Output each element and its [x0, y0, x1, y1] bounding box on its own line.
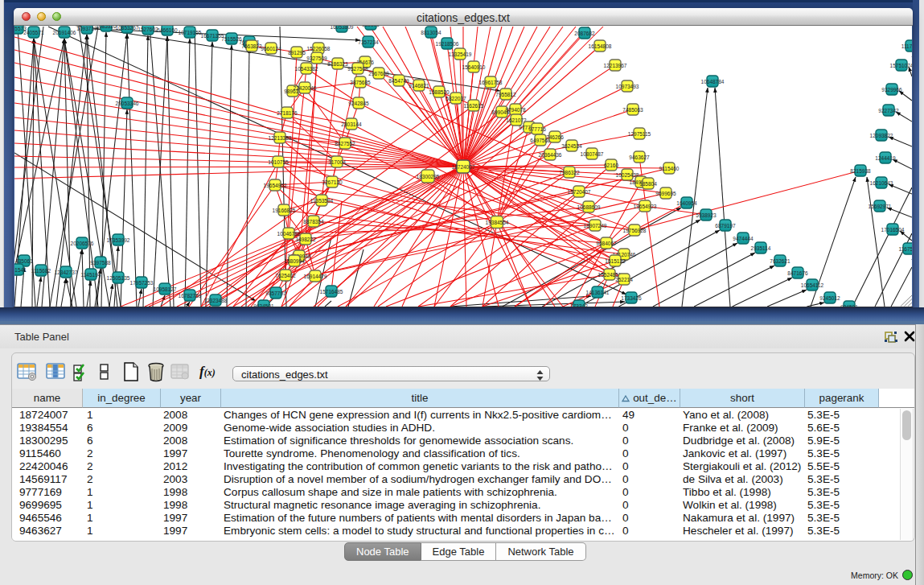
svg-text:8454749: 8454749 [388, 78, 409, 84]
svg-text:10648784: 10648784 [701, 79, 725, 84]
svg-text:1621072: 1621072 [506, 117, 527, 123]
svg-text:9227342: 9227342 [878, 108, 899, 113]
svg-text:10853267: 10853267 [116, 26, 139, 31]
svg-text:5938923: 5938923 [696, 212, 717, 218]
svg-text:18907249: 18907249 [584, 223, 607, 229]
svg-text:20364436: 20364436 [539, 152, 562, 158]
svg-text:9115460: 9115460 [659, 166, 680, 171]
svg-text:891295: 891295 [288, 50, 306, 56]
svg-text:9329966: 9329966 [881, 87, 902, 93]
svg-text:391541: 391541 [14, 267, 27, 273]
svg-text:10688609: 10688609 [577, 204, 601, 210]
svg-text:1588520: 1588520 [429, 89, 450, 95]
svg-text:7357234: 7357234 [358, 39, 379, 45]
svg-text:3875685: 3875685 [350, 80, 371, 85]
svg-text:8186323: 8186323 [327, 61, 348, 67]
svg-text:10973493: 10973493 [616, 84, 639, 89]
svg-text:9684067: 9684067 [596, 241, 617, 246]
svg-text:7625402: 7625402 [275, 273, 296, 278]
svg-text:18300295: 18300295 [417, 174, 440, 179]
svg-text:10807487: 10807487 [581, 151, 604, 157]
svg-text:16210643: 16210643 [870, 180, 893, 186]
svg-text:8813054: 8813054 [421, 30, 441, 35]
svg-text:29053346: 29053346 [116, 101, 139, 106]
svg-text:2405571: 2405571 [23, 30, 44, 35]
svg-text:6466160: 6466160 [157, 27, 178, 33]
svg-text:7955812: 7955812 [495, 92, 516, 97]
svg-text:2967608: 2967608 [368, 71, 389, 76]
svg-text:62160: 62160 [604, 163, 618, 168]
svg-text:1615132: 1615132 [605, 258, 626, 264]
svg-text:12323488: 12323488 [204, 298, 228, 303]
svg-text:3267130: 3267130 [322, 179, 343, 185]
svg-text:9660124: 9660124 [261, 46, 281, 51]
svg-text:185804: 185804 [639, 181, 657, 187]
svg-text:1085326: 1085326 [96, 26, 117, 29]
svg-text:15692971: 15692971 [869, 204, 892, 209]
svg-text:1115682: 1115682 [31, 268, 51, 274]
svg-text:1733426: 1733426 [621, 295, 642, 301]
svg-text:9327509: 9327509 [306, 56, 327, 61]
svg-text:1527602: 1527602 [138, 27, 158, 32]
svg-text:1117436: 1117436 [901, 43, 912, 49]
svg-text:6879197: 6879197 [715, 223, 736, 229]
svg-text:977716: 977716 [528, 126, 546, 132]
svg-text:17016504: 17016504 [881, 227, 905, 233]
svg-text:14136141: 14136141 [586, 290, 610, 295]
svg-text:19654952: 19654952 [264, 183, 287, 188]
svg-text:16053809: 16053809 [331, 26, 354, 30]
svg-text:13325419: 13325419 [449, 51, 472, 57]
svg-text:17957253: 17957253 [130, 280, 154, 286]
svg-text:19166825: 19166825 [273, 208, 296, 213]
svg-text:10543382: 10543382 [295, 66, 318, 72]
svg-text:10654112: 10654112 [801, 282, 824, 288]
svg-text:1580994: 1580994 [284, 258, 305, 264]
svg-text:1162615: 1162615 [464, 103, 484, 109]
svg-text:9242845: 9242845 [348, 101, 369, 106]
svg-text:1640954: 1640954 [676, 200, 697, 206]
svg-text:19654923: 19654923 [634, 204, 657, 209]
svg-text:12093822: 12093822 [870, 133, 893, 138]
svg-text:1093717: 1093717 [76, 26, 97, 31]
svg-text:22420046: 22420046 [294, 85, 317, 91]
svg-text:883105: 883105 [362, 26, 380, 27]
svg-text:317004: 317004 [328, 159, 346, 165]
svg-text:7986322: 7986322 [559, 170, 580, 175]
svg-text:3624534: 3624534 [561, 143, 582, 149]
svg-text:8471676: 8471676 [787, 270, 808, 276]
svg-text:2718176: 2718176 [277, 110, 298, 116]
svg-text:19756928: 19756928 [623, 228, 647, 233]
svg-text:9463627: 9463627 [629, 154, 650, 160]
svg-text:1145194: 1145194 [81, 272, 101, 278]
svg-text:12342737: 12342737 [55, 270, 78, 275]
svg-text:16154808: 16154808 [589, 43, 612, 49]
svg-text:15751074: 15751074 [890, 63, 912, 68]
svg-text:15226058: 15226058 [307, 46, 331, 51]
svg-text:9245012: 9245012 [819, 295, 840, 301]
svg-text:8427552: 8427552 [335, 141, 355, 146]
svg-text:1010755: 1010755 [268, 159, 289, 165]
svg-text:8878354: 8878354 [303, 219, 324, 225]
svg-text:17353992: 17353992 [107, 237, 130, 243]
svg-text:11353594: 11353594 [310, 198, 334, 204]
svg-text:5822037: 5822037 [446, 96, 466, 101]
svg-text:12505135: 12505135 [107, 275, 130, 281]
svg-text:20206576: 20206576 [71, 241, 94, 246]
svg-text:7485063: 7485063 [622, 107, 643, 113]
svg-text:10046788: 10046788 [277, 231, 301, 237]
svg-text:15720407: 15720407 [568, 189, 591, 195]
svg-text:924501: 924501 [840, 304, 858, 307]
svg-text:3498222: 3498222 [295, 237, 316, 242]
svg-text:16961758: 16961758 [479, 80, 503, 85]
svg-text:7663822: 7663822 [241, 43, 262, 49]
svg-text:173342: 173342 [570, 303, 588, 307]
svg-text:15716485: 15716485 [320, 289, 343, 295]
svg-text:10025438: 10025438 [616, 172, 639, 178]
svg-text:9327508: 9327508 [347, 66, 368, 72]
svg-text:1167534: 1167534 [899, 246, 912, 252]
svg-text:15640910: 15640910 [462, 64, 486, 70]
svg-text:9624501: 9624501 [253, 303, 274, 307]
svg-text:19384554: 19384554 [486, 220, 509, 225]
svg-text:435061: 435061 [15, 258, 33, 264]
svg-text:10719155: 10719155 [179, 30, 202, 35]
